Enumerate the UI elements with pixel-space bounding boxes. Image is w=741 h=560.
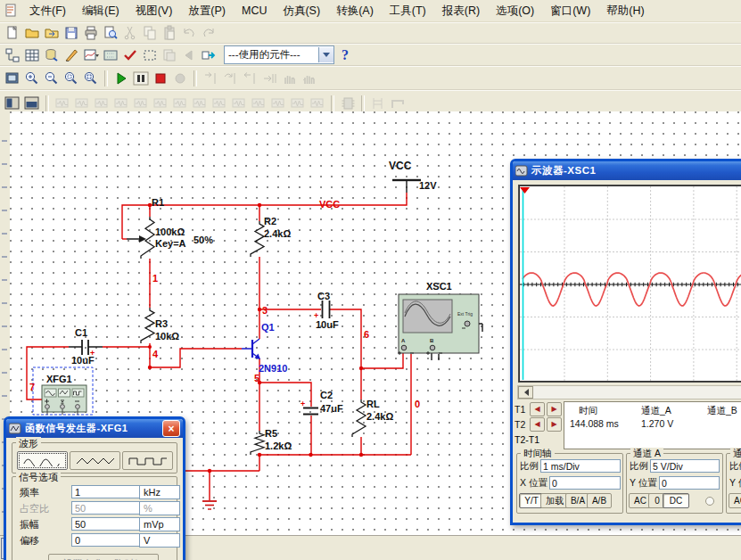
zoom-out-icon[interactable] [42,70,62,87]
cursor-t1-marker[interactable] [520,187,530,194]
triangle-wave-button[interactable] [70,451,120,470]
capacitor-c1[interactable] [82,340,88,355]
zoom-in-icon[interactable] [22,70,42,87]
ground-symbol[interactable] [202,501,217,509]
close-icon[interactable]: × [162,420,180,437]
hierarchy-icon[interactable] [3,46,22,64]
channel-a-dc-button[interactable]: DC [663,493,689,508]
menu-file[interactable]: 文件(F) [21,1,74,21]
resistor-r2[interactable] [251,221,264,257]
y-position-a-input[interactable] [659,476,720,490]
function-generator-dialog[interactable]: 函数信号发生器-XFG1 × 波形 信号选项 频率 kHz 占空比 % 振幅 m… [4,416,185,560]
channel-a-scale-input[interactable] [650,459,720,473]
menu-options[interactable]: 选项(O) [488,1,542,21]
channel-a-radio[interactable] [705,497,714,506]
scope-scrollbar[interactable] [517,385,741,399]
scope-titlebar[interactable]: 示波器-XSC1 [513,161,741,180]
set-rise-fall-button[interactable]: 设置上升/下降时间 [48,554,159,560]
power-comp-icon[interactable] [249,95,268,112]
amplitude-input[interactable] [71,517,141,531]
menu-tools[interactable]: 工具(T) [382,1,434,21]
square-wave-button[interactable] [122,451,173,470]
cmos-icon[interactable] [170,95,190,112]
t1-right-button[interactable] [547,402,562,416]
frequency-input[interactable] [71,485,141,498]
hand-icon[interactable] [299,70,318,87]
channel-b-ac-button[interactable]: AC [729,493,741,508]
zoom-area-icon[interactable] [62,70,81,87]
menu-simulate[interactable]: 仿真(S) [275,1,328,21]
pause-sim-icon[interactable] [279,70,299,87]
combo-dropdown-icon[interactable] [318,47,333,62]
undo-icon[interactable] [179,24,199,42]
help-button[interactable]: ? [342,47,349,63]
run-to-cursor-icon[interactable] [259,70,279,87]
print-icon[interactable] [81,24,101,42]
component-wizard-icon[interactable] [62,46,81,64]
instrument-panel-icon[interactable] [3,70,22,87]
ab-mode-button[interactable]: A/B [587,493,612,508]
ladder-icon[interactable] [368,95,388,112]
misc-icon[interactable] [268,95,288,112]
menu-view[interactable]: 视图(V) [128,1,181,21]
analog-icon[interactable] [131,95,151,112]
menu-reports[interactable]: 报表(R) [434,1,488,21]
mixed-icon[interactable] [210,95,229,112]
open-folder-icon[interactable] [22,24,42,42]
transistor-q1[interactable] [242,339,260,359]
spreadsheet-window-icon[interactable] [22,95,42,112]
t2-right-button[interactable] [547,417,562,432]
resistor-r5[interactable] [251,431,264,455]
spreadsheet-icon[interactable] [22,46,42,64]
redo-icon[interactable] [199,24,218,42]
source-icon[interactable] [53,95,72,112]
indicator-icon[interactable] [229,95,249,112]
peripheral-icon[interactable] [288,95,308,112]
menu-place[interactable]: 放置(P) [180,1,234,21]
cut-icon[interactable] [120,24,140,42]
diode-icon[interactable] [92,95,111,112]
menu-edit[interactable]: 编辑(E) [74,1,128,21]
region-select-icon[interactable] [140,46,160,64]
capacitor-c3[interactable] [323,301,330,318]
play-icon[interactable] [111,70,131,87]
subcircuit-icon[interactable] [160,46,179,64]
scope-screen[interactable] [518,185,741,383]
zoom-fit-icon[interactable] [81,70,101,87]
capacitor-c2[interactable] [303,408,318,415]
stop-icon[interactable] [151,70,170,87]
sine-wave-button[interactable] [17,451,68,470]
save-icon[interactable] [62,24,81,42]
fg-titlebar[interactable]: 函数信号发生器-XFG1 × [6,419,183,438]
t2-left-button[interactable] [530,417,545,432]
mcu-icon[interactable] [338,95,358,112]
copy-icon[interactable] [140,24,160,42]
menu-transfer[interactable]: 转换(A) [328,1,382,21]
paste-icon[interactable] [160,24,179,42]
step-over-icon[interactable] [220,70,240,87]
open-folder-2-icon[interactable] [42,24,62,42]
erc-check-icon[interactable] [120,46,140,64]
offset-input[interactable] [71,533,141,547]
t1-left-button[interactable] [530,402,545,416]
menu-help[interactable]: 帮助(H) [598,1,652,21]
misc-digital-icon[interactable] [190,95,210,112]
grapher-icon[interactable] [81,46,101,64]
menu-mcu[interactable]: MCU [234,2,275,20]
bus-icon[interactable] [388,95,408,112]
database-icon[interactable] [42,46,62,64]
resistor-icon[interactable] [72,95,92,112]
back-icon[interactable] [179,46,199,64]
in-use-list-combobox[interactable]: ---使用的元件--- [224,45,334,64]
export-icon[interactable] [199,46,218,64]
breadboard-icon[interactable] [101,46,120,64]
resistor-rl[interactable] [352,399,366,437]
scroll-left-button[interactable] [518,386,533,399]
ttl-icon[interactable] [151,95,170,112]
toolbox-window-icon[interactable] [3,95,22,112]
step-into-icon[interactable] [201,70,220,87]
transistor-icon[interactable] [111,95,131,112]
resistor-r3[interactable] [141,308,154,343]
step-out-icon[interactable] [240,70,259,87]
oscilloscope-xsc1-icon[interactable] [398,294,479,355]
